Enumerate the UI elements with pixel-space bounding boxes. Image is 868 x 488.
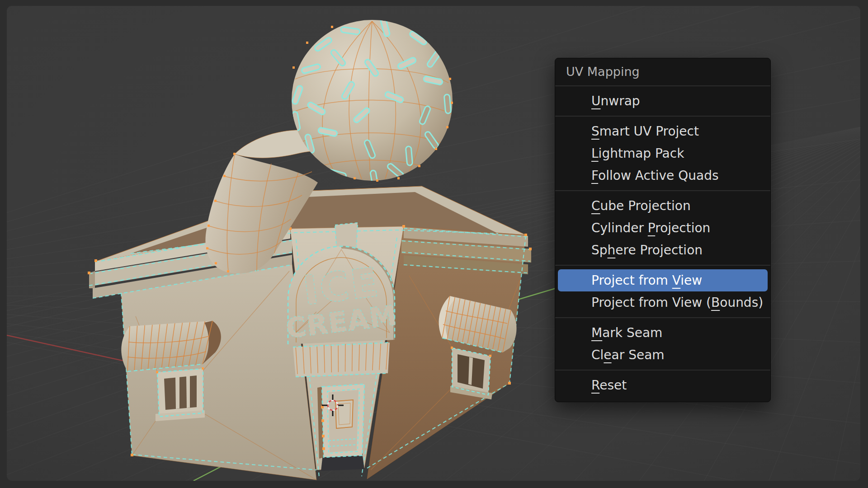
menu-item-unwrap[interactable]: Unwrap — [558, 90, 768, 112]
menu-section: Mark SeamClear Seam — [555, 317, 770, 370]
left-wall — [121, 264, 316, 480]
right-window — [450, 348, 492, 399]
window-frame: ICE CREAM — [0, 0, 868, 488]
menu-item-project-from-view[interactable]: Project from View — [558, 269, 768, 291]
menu-item-lightmap-pack[interactable]: Lightmap Pack — [558, 142, 768, 164]
left-window — [156, 369, 205, 421]
menu-item-project-from-view-bounds[interactable]: Project from View (Bounds) — [558, 291, 768, 314]
menu-section: Reset — [555, 370, 770, 400]
menu-section: Unwrap — [555, 85, 770, 116]
shop-door — [317, 384, 364, 471]
menu-title: UV Mapping — [555, 58, 770, 85]
menu-item-follow-active-quads[interactable]: Follow Active Quads — [558, 164, 768, 187]
uv-mapping-context-menu: UV Mapping UnwrapSmart UV ProjectLightma… — [555, 58, 771, 402]
menu-body: UnwrapSmart UV ProjectLightmap PackFollo… — [555, 85, 770, 400]
menu-item-mark-seam[interactable]: Mark Seam — [558, 322, 768, 344]
menu-item-cube-projection[interactable]: Cube Projection — [558, 195, 768, 217]
menu-item-cylinder-projection[interactable]: Cylinder Projection — [558, 217, 768, 239]
menu-item-smart-uv-project[interactable]: Smart UV Project — [558, 120, 768, 142]
menu-section: Cube ProjectionCylinder ProjectionSphere… — [555, 190, 770, 265]
menu-section: Smart UV ProjectLightmap PackFollow Acti… — [555, 116, 770, 190]
menu-item-clear-seam[interactable]: Clear Seam — [558, 344, 768, 366]
menu-item-reset[interactable]: Reset — [558, 374, 768, 396]
menu-section: Project from ViewProject from View (Boun… — [555, 265, 770, 317]
menu-item-sphere-projection[interactable]: Sphere Projection — [558, 239, 768, 261]
transom-band — [293, 342, 390, 377]
